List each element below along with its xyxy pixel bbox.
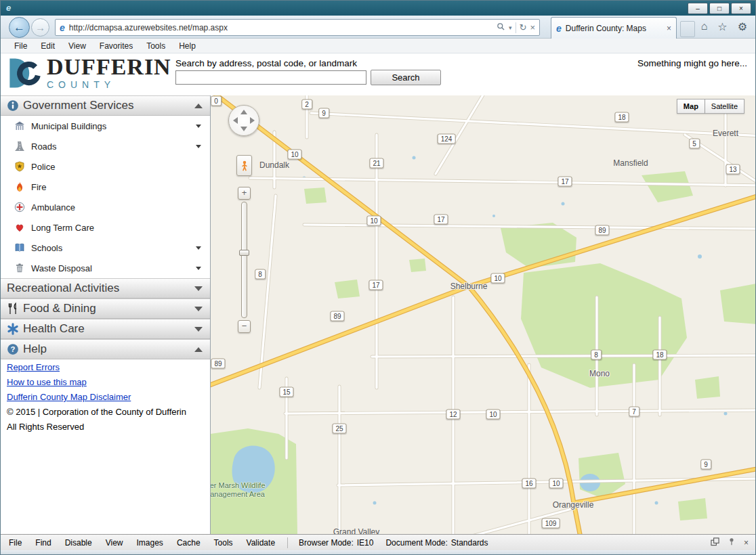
tab-dufferin-county-maps[interactable]: e Dufferin County: Maps ×: [551, 17, 677, 39]
maximize-button[interactable]: □: [709, 3, 730, 14]
search-input[interactable]: [175, 70, 366, 85]
devtools-menu-disable[interactable]: Disable: [58, 538, 99, 548]
road-shield-13: 13: [726, 164, 740, 175]
close-button[interactable]: ×: [731, 3, 751, 14]
link-dufferin-county-map-disclaimer[interactable]: Dufferin County Map Disclaimer: [1, 389, 210, 404]
search-provider-caret-icon[interactable]: ▾: [509, 24, 512, 31]
menu-bar: FileEditViewFavoritesToolsHelp: [1, 39, 755, 53]
home-icon[interactable]: ⌂: [701, 20, 708, 33]
zoom-slider[interactable]: [241, 202, 247, 318]
layer-item-label: Waste Disposal: [31, 263, 92, 273]
dropdown-arrow-icon[interactable]: [196, 246, 201, 250]
map-type-map-button[interactable]: Map: [677, 99, 705, 114]
svg-text:?: ?: [11, 345, 16, 353]
devtools-menu-find[interactable]: Find: [28, 538, 58, 548]
menu-file[interactable]: File: [7, 41, 34, 51]
menu-favorites[interactable]: Favorites: [93, 41, 140, 51]
favorites-star-icon[interactable]: ☆: [717, 20, 727, 33]
url-text[interactable]: http://dcmapsa.azurewebsites.net/map.asp…: [69, 23, 492, 32]
address-bar[interactable]: e http://dcmapsa.azurewebsites.net/map.a…: [55, 19, 540, 36]
layer-item-ambulance[interactable]: Ambulance: [1, 197, 210, 217]
expand-arrow-icon: [194, 327, 203, 332]
road-shield-12: 12: [446, 409, 460, 420]
layer-item-long-term-care[interactable]: Long Term Care: [1, 217, 210, 238]
document-mode-value[interactable]: Standards: [451, 538, 488, 548]
utensils-icon: [7, 303, 19, 315]
map-type-control: Map Satellite: [677, 99, 744, 114]
forward-button[interactable]: →: [31, 18, 49, 37]
new-tab-button[interactable]: [680, 21, 695, 37]
back-button[interactable]: ←: [9, 17, 30, 38]
layer-item-police[interactable]: Police: [1, 156, 210, 177]
section-header-government-services[interactable]: Government Services: [1, 95, 210, 116]
title-bar[interactable]: e – □ ×: [1, 1, 755, 16]
layer-item-fire[interactable]: Fire: [1, 177, 210, 197]
section-header-help[interactable]: ?Help: [1, 339, 210, 359]
link-report-errors[interactable]: Report Errors: [1, 359, 210, 374]
section-header-food-dining[interactable]: Food & Dining: [1, 298, 210, 319]
town-label-mansfield: Mansfield: [613, 158, 648, 168]
devtools-menu-cache[interactable]: Cache: [170, 538, 207, 548]
town-label-mono: Mono: [589, 369, 610, 378]
link-how-to-use-this-map[interactable]: How to use this map: [1, 374, 210, 389]
tab-close-icon[interactable]: ×: [667, 24, 671, 32]
zoom-slider-handle[interactable]: [239, 250, 249, 256]
book-icon: [14, 242, 25, 253]
devtools-pin-icon[interactable]: [728, 537, 736, 548]
trash-icon: [14, 263, 25, 273]
devtools-menu-file[interactable]: File: [2, 538, 28, 548]
menu-view[interactable]: View: [62, 41, 93, 51]
search-icon[interactable]: [497, 22, 505, 34]
menu-edit[interactable]: Edit: [34, 41, 62, 51]
section-label-food-dining: Food & Dining: [23, 302, 96, 315]
devtools-menu-validate[interactable]: Validate: [240, 538, 282, 548]
road-shield-9: 9: [700, 460, 711, 470]
refresh-icon[interactable]: ↻: [520, 22, 527, 32]
zoom-out-button[interactable]: −: [238, 320, 251, 333]
tab-title: Dufferin County: Maps: [566, 24, 663, 33]
dropdown-arrow-icon[interactable]: [196, 125, 201, 128]
address-bar-separator: [516, 22, 516, 33]
info-circle-icon: [7, 99, 19, 112]
search-button[interactable]: Search: [371, 70, 441, 85]
map[interactable]: 0291241851310211710178981710898981815121…: [211, 95, 755, 534]
map-pan-control[interactable]: [228, 105, 259, 136]
menu-tools[interactable]: Tools: [140, 41, 172, 51]
layer-item-waste-disposal[interactable]: Waste Disposal: [1, 258, 210, 278]
devtools-menu-tools[interactable]: Tools: [207, 538, 240, 548]
layer-item-municipal-buildings[interactable]: Municipal Buildings: [1, 116, 210, 136]
devtools-close-icon[interactable]: ×: [744, 538, 749, 548]
document-mode-menu[interactable]: Document Mode:: [385, 538, 447, 548]
expand-arrow-icon: [194, 307, 203, 311]
road-icon: [14, 141, 25, 152]
layer-item-schools[interactable]: Schools: [1, 238, 210, 258]
dropdown-arrow-icon[interactable]: [196, 145, 201, 148]
layer-item-label: Fire: [31, 182, 46, 192]
road-shield-10: 10: [549, 479, 563, 489]
devtools-undock-icon[interactable]: [711, 537, 719, 548]
section-header-recreational-activities[interactable]: Recreational Activities: [1, 278, 210, 298]
dropdown-arrow-icon[interactable]: [196, 267, 201, 270]
section-header-health-care[interactable]: Health Care: [1, 319, 210, 339]
map-type-satellite-button[interactable]: Satellite: [705, 99, 744, 114]
layer-item-roads[interactable]: Roads: [1, 136, 210, 156]
settings-gear-icon[interactable]: ⚙: [738, 20, 747, 33]
layer-item-label: Roads: [31, 141, 57, 152]
medical-icon: [14, 202, 25, 213]
navigation-bar: ← → e http://dcmapsa.azurewebsites.net/m…: [1, 16, 755, 39]
zoom-in-button[interactable]: +: [238, 187, 251, 200]
devtools-separator: [287, 537, 288, 548]
road-shield-10: 10: [287, 150, 301, 160]
browser-window: e – □ × ← → e http://dcmapsa.azurewebsit…: [0, 0, 756, 555]
browser-mode-menu[interactable]: Browser Mode:: [299, 538, 354, 548]
devtools-menu-view[interactable]: View: [99, 538, 130, 548]
menu-help[interactable]: Help: [172, 41, 203, 51]
street-view-pegman[interactable]: [236, 155, 252, 176]
stop-icon[interactable]: ×: [530, 22, 535, 32]
section-label-health-care: Health Care: [23, 322, 85, 336]
minimize-button[interactable]: –: [688, 3, 708, 14]
main-content: Government ServicesMunicipal BuildingsRo…: [1, 95, 755, 534]
road-shield-17: 17: [558, 177, 572, 187]
browser-mode-value[interactable]: IE10: [357, 538, 374, 548]
devtools-menu-images[interactable]: Images: [130, 538, 170, 548]
